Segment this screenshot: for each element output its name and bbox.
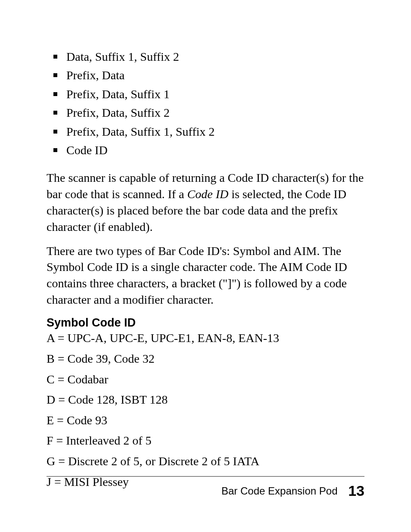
list-item: Prefix, Data, Suffix 1 (59, 85, 364, 103)
list-item-text: Prefix, Data, Suffix 1, Suffix 2 (66, 125, 215, 138)
list-item: Prefix, Data, Suffix 2 (59, 103, 364, 122)
page-footer: Bar Code Expansion Pod 13 (221, 482, 364, 499)
page-number: 13 (348, 482, 364, 499)
list-item-text: Prefix, Data, Suffix 2 (66, 106, 170, 119)
para1-emphasis: Code ID (187, 187, 229, 201)
paragraph-barcode-id-types: There are two types of Bar Code ID's: Sy… (47, 243, 364, 308)
definition-line: F = Interleaved 2 of 5 (47, 433, 364, 448)
definition-line: B = Code 39, Code 32 (47, 352, 364, 366)
list-item: Data, Suffix 1, Suffix 2 (59, 47, 364, 66)
definition-line: C = Codabar (47, 372, 364, 387)
paragraph-code-id-intro: The scanner is capable of returning a Co… (47, 170, 364, 235)
definition-line: D = Code 128, ISBT 128 (47, 392, 364, 407)
definition-line: A = UPC-A, UPC-E, UPC-E1, EAN-8, EAN-13 (47, 331, 364, 345)
definition-line: E = Code 93 (47, 413, 364, 428)
heading-symbol-code-id: Symbol Code ID (47, 316, 364, 330)
page: Data, Suffix 1, Suffix 2 Prefix, Data Pr… (0, 0, 411, 532)
list-item: Code ID (59, 141, 364, 159)
footer-divider (47, 476, 364, 477)
list-item-text: Prefix, Data (66, 68, 125, 82)
list-item-text: Code ID (66, 143, 108, 157)
symbol-code-definitions: A = UPC-A, UPC-E, UPC-E1, EAN-8, EAN-13 … (47, 331, 364, 489)
definition-line: G = Discrete 2 of 5, or Discrete 2 of 5 … (47, 454, 364, 469)
footer-title: Bar Code Expansion Pod (221, 485, 338, 497)
list-item-text: Data, Suffix 1, Suffix 2 (66, 50, 179, 63)
list-item: Prefix, Data (59, 66, 364, 84)
list-item-text: Prefix, Data, Suffix 1 (66, 87, 170, 101)
list-item: Prefix, Data, Suffix 1, Suffix 2 (59, 122, 364, 141)
bullet-list: Data, Suffix 1, Suffix 2 Prefix, Data Pr… (47, 47, 364, 159)
